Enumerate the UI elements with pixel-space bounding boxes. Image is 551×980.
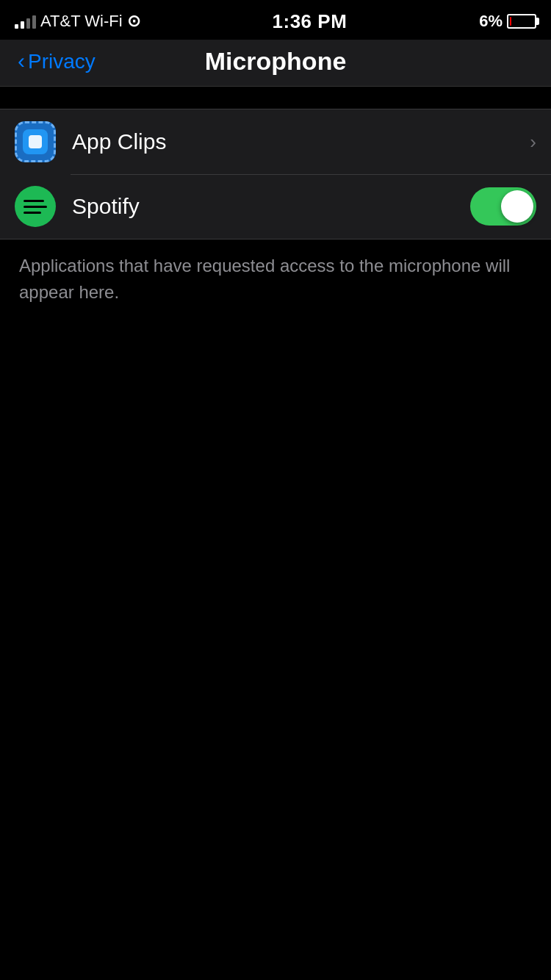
status-time: 1:36 PM [273,10,347,33]
svg-rect-0 [29,135,42,148]
signal-bars-icon [15,14,36,29]
status-right: 6% [479,12,536,31]
status-bar: AT&T Wi-Fi ⊙ 1:36 PM 6% [0,0,551,40]
app-clips-svg [27,134,43,150]
nav-bar: ‹ Privacy Microphone [0,40,551,87]
spotify-line-1 [24,200,44,202]
spotify-line-3 [24,212,41,214]
spotify-lines [21,198,50,215]
spotify-toggle[interactable] [470,187,536,226]
wifi-icon: ⊙ [127,12,140,31]
toggle-thumb [501,190,533,223]
back-button[interactable]: ‹ Privacy [12,47,101,76]
carrier-label: AT&T Wi-Fi [40,12,123,31]
spotify-line-2 [24,206,47,208]
apps-list: App Clips › Spotify [0,109,551,239]
status-left: AT&T Wi-Fi ⊙ [15,12,140,31]
chevron-right-icon: › [530,131,536,154]
battery-percent: 6% [479,12,503,31]
spotify-label: Spotify [72,194,470,219]
battery-icon [507,14,536,29]
app-clips-icon-inner [23,129,48,154]
spacer [0,87,551,109]
list-item[interactable]: App Clips › [0,109,551,174]
app-clips-label: App Clips [72,129,530,154]
signal-bar-4 [32,15,36,29]
list-item[interactable]: Spotify [0,174,551,239]
footer-note: Applications that have requested access … [0,239,551,319]
app-clips-icon [15,121,56,162]
signal-bar-1 [15,24,18,29]
signal-bar-2 [21,21,24,29]
page-title: Microphone [205,47,347,76]
chevron-left-icon: ‹ [18,50,25,72]
spotify-icon [15,186,56,227]
signal-bar-3 [26,18,30,29]
back-label: Privacy [28,50,96,73]
footer-note-text: Applications that have requested access … [19,253,532,306]
